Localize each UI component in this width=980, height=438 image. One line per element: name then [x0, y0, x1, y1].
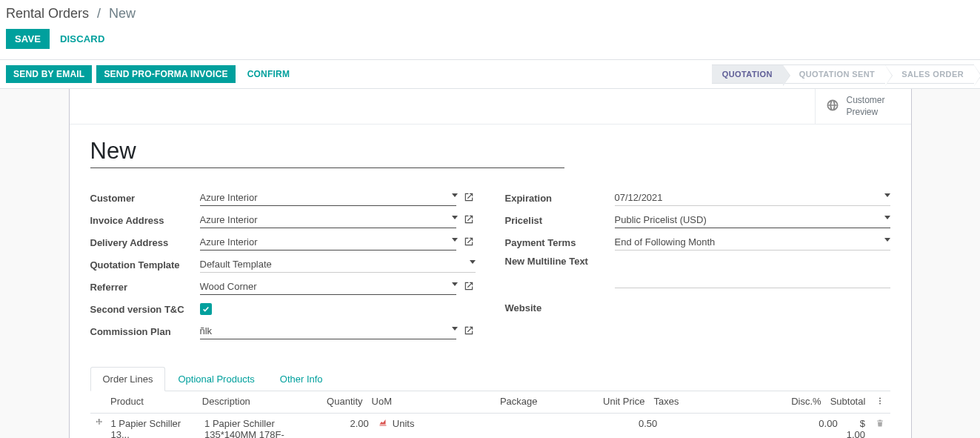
payment-terms-input[interactable] — [615, 235, 890, 250]
customer-preview-button[interactable]: Customer Preview — [815, 89, 911, 124]
new-multiline-label: New Multiline Text — [505, 256, 615, 267]
breadcrumb: Rental Orders / New — [6, 6, 974, 21]
delivery-address-label: Delivery Address — [90, 237, 200, 248]
second-tc-checkbox[interactable] — [200, 303, 212, 315]
referrer-input[interactable] — [200, 279, 456, 295]
expiration-label: Expiration — [505, 193, 615, 204]
external-link-icon[interactable] — [464, 214, 476, 226]
chart-area-icon — [378, 418, 388, 429]
send-proforma-button[interactable]: SEND PRO-FORMA INVOICE — [96, 65, 235, 83]
confirm-button[interactable]: CONFIRM — [240, 65, 297, 83]
col-uom: UoM — [367, 396, 459, 407]
col-unit-price: Unit Price — [579, 396, 649, 407]
col-quantity: Quantity — [304, 396, 367, 407]
pricelist-label: Pricelist — [505, 215, 615, 226]
column-options-icon[interactable] — [870, 396, 890, 408]
col-package: Package — [459, 396, 579, 407]
svg-point-1 — [879, 400, 881, 402]
col-disc: Disc.% — [748, 396, 826, 407]
referrer-label: Referrer — [90, 282, 200, 293]
new-multiline-input[interactable] — [615, 273, 890, 288]
expiration-input[interactable] — [615, 190, 890, 206]
tab-other-info[interactable]: Other Info — [267, 367, 336, 391]
cell-uom[interactable]: Units — [393, 418, 415, 429]
cell-unit-price[interactable]: 0.50 — [590, 418, 661, 429]
tab-order-lines[interactable]: Order Lines — [90, 367, 166, 391]
second-tc-label: Second version T&C — [90, 304, 200, 315]
col-taxes: Taxes — [649, 396, 747, 407]
send-by-email-button[interactable]: SEND BY EMAIL — [6, 65, 92, 83]
tab-optional-products[interactable]: Optional Products — [165, 367, 267, 391]
payment-terms-label: Payment Terms — [505, 237, 615, 248]
col-subtotal: Subtotal — [826, 396, 870, 407]
customer-label: Customer — [90, 193, 200, 204]
cell-disc[interactable]: 0.00 — [763, 418, 842, 429]
cell-product[interactable]: 1 Papier Schiller 13... — [107, 418, 201, 438]
customer-input[interactable] — [200, 190, 456, 206]
order-title-input[interactable] — [90, 136, 564, 168]
save-button[interactable]: SAVE — [6, 29, 50, 49]
globe-icon — [826, 99, 839, 114]
status-bar: QUOTATION QUOTATION SENT SALES ORDER — [712, 64, 974, 84]
invoice-address-label: Invoice Address — [90, 215, 200, 226]
breadcrumb-root[interactable]: Rental Orders — [6, 6, 89, 21]
invoice-address-input[interactable] — [200, 213, 456, 228]
pricelist-input[interactable] — [615, 213, 890, 228]
svg-point-2 — [879, 403, 881, 405]
quotation-template-label: Quotation Template — [90, 259, 200, 271]
cell-description[interactable]: 1 Papier Schiller 135*140MM 178F- — [200, 418, 308, 438]
table-row[interactable]: 1 Papier Schiller 13... 1 Papier Schille… — [90, 414, 890, 438]
discard-button[interactable]: DISCARD — [53, 29, 113, 49]
cell-subtotal: $ 1.00 — [842, 418, 870, 438]
website-label: Website — [505, 302, 615, 313]
external-link-icon[interactable] — [464, 325, 476, 337]
breadcrumb-current: New — [109, 6, 136, 21]
delete-row-icon[interactable] — [870, 418, 890, 431]
customer-preview-label-2: Preview — [847, 107, 885, 119]
external-link-icon[interactable] — [464, 236, 476, 248]
col-product: Product — [106, 396, 198, 407]
status-sales-order[interactable]: SALES ORDER — [885, 64, 974, 84]
status-quotation[interactable]: QUOTATION — [712, 64, 783, 84]
drag-handle-icon[interactable] — [90, 418, 107, 429]
customer-preview-label-1: Customer — [847, 95, 885, 107]
commission-plan-label: Commission Plan — [90, 326, 200, 337]
status-quotation-sent[interactable]: QUOTATION SENT — [783, 64, 885, 84]
quotation-template-input[interactable] — [200, 257, 476, 273]
delivery-address-input[interactable] — [200, 235, 456, 250]
commission-plan-input[interactable] — [200, 324, 456, 339]
cell-quantity[interactable]: 2.00 — [308, 418, 373, 429]
external-link-icon[interactable] — [464, 192, 476, 204]
col-description: Description — [198, 396, 304, 407]
svg-point-0 — [879, 398, 881, 399]
external-link-icon[interactable] — [464, 281, 476, 293]
